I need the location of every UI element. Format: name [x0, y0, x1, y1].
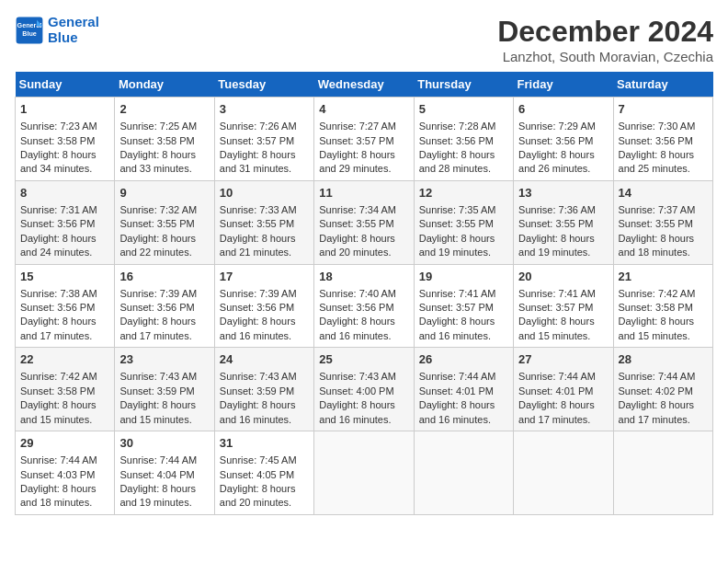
day-info-line: Daylight: 8 hours — [518, 232, 608, 246]
calendar-cell: 23Sunrise: 7:43 AMSunset: 3:59 PMDayligh… — [115, 348, 214, 431]
calendar-cell: 20Sunrise: 7:41 AMSunset: 3:57 PMDayligh… — [514, 264, 613, 348]
day-info-line: Sunset: 3:56 PM — [518, 134, 608, 148]
calendar-cell — [314, 431, 414, 515]
day-info-line: Daylight: 8 hours — [518, 315, 608, 328]
day-info-line: Sunrise: 7:42 AM — [619, 287, 708, 301]
day-info-line: Sunset: 3:58 PM — [20, 385, 109, 398]
calendar-cell: 14Sunrise: 7:37 AMSunset: 3:55 PMDayligh… — [613, 180, 712, 264]
day-info-line: Sunset: 3:56 PM — [220, 301, 309, 315]
day-number: 25 — [319, 351, 408, 368]
day-info-line: Sunrise: 7:43 AM — [319, 370, 408, 384]
day-info-line: Sunrise: 7:26 AM — [220, 120, 309, 133]
day-number: 14 — [619, 185, 708, 201]
day-info-line: Daylight: 8 hours — [619, 315, 708, 328]
logo-line1: General — [48, 14, 99, 29]
calendar-cell: 18Sunrise: 7:40 AMSunset: 3:56 PMDayligh… — [314, 264, 414, 348]
day-info-line: and 16 minutes. — [220, 329, 309, 343]
calendar-cell: 3Sunrise: 7:26 AMSunset: 3:57 PMDaylight… — [214, 98, 313, 181]
logo-text: General Blue — [48, 15, 99, 45]
day-info-line: and 29 minutes. — [319, 162, 408, 176]
day-info-line: and 18 minutes. — [20, 496, 109, 510]
day-info-line: Daylight: 8 hours — [319, 232, 408, 246]
day-info-line: Sunrise: 7:33 AM — [220, 203, 309, 217]
day-info-line: Sunrise: 7:44 AM — [119, 454, 209, 467]
calendar-cell: 28Sunrise: 7:44 AMSunset: 4:02 PMDayligh… — [613, 348, 712, 431]
weekday-header-thursday: Thursday — [414, 72, 513, 98]
day-info-line: Sunrise: 7:44 AM — [419, 370, 508, 384]
day-info-line: and 20 minutes. — [220, 496, 309, 510]
logo: General Blue General Blue — [15, 15, 99, 45]
day-info-line: Sunset: 3:56 PM — [619, 134, 708, 148]
day-info-line: Daylight: 8 hours — [319, 398, 408, 412]
day-info-line: and 19 minutes. — [119, 496, 209, 510]
day-info-line: and 19 minutes. — [419, 246, 508, 259]
day-info-line: and 25 minutes. — [619, 162, 708, 176]
page-subtitle: Lanzhot, South Moravian, Czechia — [497, 49, 713, 64]
calendar-cell: 9Sunrise: 7:32 AMSunset: 3:55 PMDaylight… — [115, 180, 214, 264]
day-info-line: Sunrise: 7:39 AM — [119, 287, 209, 301]
calendar-cell: 8Sunrise: 7:31 AMSunset: 3:56 PMDaylight… — [16, 180, 115, 264]
day-info-line: Sunset: 3:58 PM — [119, 134, 209, 148]
calendar-cell: 24Sunrise: 7:43 AMSunset: 3:59 PMDayligh… — [214, 348, 313, 431]
day-number: 29 — [20, 435, 109, 452]
day-info-line: Sunrise: 7:25 AM — [119, 120, 209, 133]
day-info-line: Daylight: 8 hours — [220, 315, 309, 328]
day-info-line: Sunrise: 7:43 AM — [220, 370, 309, 384]
day-info-line: Sunset: 4:05 PM — [220, 468, 309, 482]
day-info-line: Sunset: 3:56 PM — [419, 134, 508, 148]
day-info-line: and 15 minutes. — [119, 413, 209, 427]
day-info-line: Daylight: 8 hours — [119, 232, 209, 246]
day-info-line: and 16 minutes. — [419, 413, 508, 427]
weekday-header-saturday: Saturday — [613, 72, 712, 98]
day-info-line: and 15 minutes. — [619, 329, 708, 343]
calendar-cell: 15Sunrise: 7:38 AMSunset: 3:56 PMDayligh… — [16, 264, 115, 348]
day-info-line: Daylight: 8 hours — [419, 232, 508, 246]
day-number: 5 — [419, 101, 508, 118]
page-title: December 2024 — [497, 15, 713, 49]
day-number: 24 — [220, 351, 309, 368]
weekday-header-wednesday: Wednesday — [314, 72, 414, 98]
day-info-line: and 17 minutes. — [20, 329, 109, 343]
calendar-week-5: 29Sunrise: 7:44 AMSunset: 4:03 PMDayligh… — [16, 431, 713, 515]
day-info-line: and 17 minutes. — [119, 329, 209, 343]
calendar-cell: 16Sunrise: 7:39 AMSunset: 3:56 PMDayligh… — [115, 264, 214, 348]
weekday-header-sunday: Sunday — [16, 72, 115, 98]
page-header: General Blue General Blue December 2024 … — [15, 15, 713, 64]
day-info-line: Daylight: 8 hours — [518, 148, 608, 162]
day-number: 27 — [518, 351, 608, 368]
day-info-line: Sunrise: 7:41 AM — [419, 287, 508, 301]
calendar-cell: 26Sunrise: 7:44 AMSunset: 4:01 PMDayligh… — [414, 348, 513, 431]
day-info-line: Sunset: 3:55 PM — [419, 217, 508, 231]
day-info-line: Sunset: 3:58 PM — [20, 134, 109, 148]
day-number: 15 — [20, 269, 109, 285]
day-info-line: Daylight: 8 hours — [619, 232, 708, 246]
day-info-line: Sunrise: 7:37 AM — [619, 203, 708, 217]
day-info-line: Daylight: 8 hours — [220, 482, 309, 496]
day-number: 4 — [319, 101, 408, 118]
day-info-line: Sunset: 4:03 PM — [20, 468, 109, 482]
calendar-cell: 4Sunrise: 7:27 AMSunset: 3:57 PMDaylight… — [314, 98, 414, 181]
day-info-line: and 31 minutes. — [220, 162, 309, 176]
day-info-line: Sunrise: 7:34 AM — [319, 203, 408, 217]
calendar-cell: 10Sunrise: 7:33 AMSunset: 3:55 PMDayligh… — [214, 180, 313, 264]
day-number: 17 — [220, 269, 309, 285]
weekday-header-monday: Monday — [115, 72, 214, 98]
day-info-line: Sunset: 3:57 PM — [319, 134, 408, 148]
calendar-cell: 30Sunrise: 7:44 AMSunset: 4:04 PMDayligh… — [115, 431, 214, 515]
day-info-line: and 21 minutes. — [220, 246, 309, 259]
day-info-line: Sunrise: 7:39 AM — [220, 287, 309, 301]
day-number: 11 — [319, 185, 408, 201]
day-info-line: Sunset: 3:55 PM — [319, 217, 408, 231]
day-info-line: and 22 minutes. — [119, 246, 209, 259]
day-number: 8 — [20, 185, 109, 201]
day-info-line: and 16 minutes. — [419, 329, 508, 343]
day-info-line: Sunrise: 7:42 AM — [20, 370, 109, 384]
calendar-cell: 11Sunrise: 7:34 AMSunset: 3:55 PMDayligh… — [314, 180, 414, 264]
weekday-header-friday: Friday — [514, 72, 613, 98]
day-info-line: Daylight: 8 hours — [319, 148, 408, 162]
day-number: 23 — [119, 351, 209, 368]
day-info-line: and 28 minutes. — [419, 162, 508, 176]
day-info-line: Sunset: 3:59 PM — [220, 385, 309, 398]
calendar-cell — [514, 431, 613, 515]
day-info-line: Daylight: 8 hours — [20, 398, 109, 412]
